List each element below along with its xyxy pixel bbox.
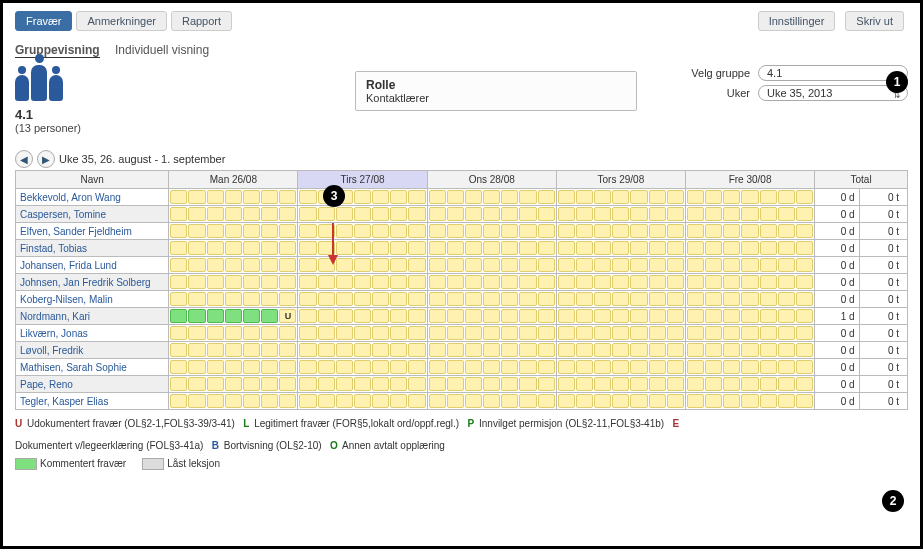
lesson-slot[interactable] [796, 394, 813, 408]
lesson-slot[interactable] [594, 309, 611, 323]
lesson-slot[interactable] [465, 207, 482, 221]
day-cell[interactable] [427, 206, 556, 223]
tab-report[interactable]: Rapport [171, 11, 232, 31]
lesson-slot[interactable] [447, 360, 464, 374]
lesson-slot[interactable] [667, 326, 684, 340]
lesson-slot[interactable] [207, 190, 224, 204]
lesson-slot[interactable] [429, 207, 446, 221]
lesson-slot[interactable] [760, 360, 777, 374]
lesson-slot[interactable] [667, 377, 684, 391]
lesson-slot[interactable] [243, 309, 260, 323]
lesson-slot[interactable] [723, 326, 740, 340]
lesson-slot[interactable] [649, 190, 666, 204]
lesson-slot[interactable] [612, 190, 629, 204]
lesson-slot[interactable] [225, 394, 242, 408]
lesson-slot[interactable] [649, 241, 666, 255]
lesson-slot[interactable] [354, 207, 371, 221]
lesson-slot[interactable] [408, 190, 425, 204]
lesson-slot[interactable] [299, 394, 316, 408]
lesson-slot[interactable] [207, 241, 224, 255]
day-cell[interactable] [556, 257, 685, 274]
lesson-slot[interactable] [705, 275, 722, 289]
lesson-slot[interactable] [576, 394, 593, 408]
lesson-slot[interactable] [279, 241, 296, 255]
lesson-slot[interactable] [741, 241, 758, 255]
lesson-slot[interactable] [390, 275, 407, 289]
lesson-slot[interactable] [519, 377, 536, 391]
lesson-slot[interactable] [723, 360, 740, 374]
lesson-slot[interactable] [649, 377, 666, 391]
tab-absence[interactable]: Fravær [15, 11, 72, 31]
lesson-slot[interactable] [576, 360, 593, 374]
lesson-slot[interactable] [225, 309, 242, 323]
lesson-slot[interactable] [261, 258, 278, 272]
lesson-slot[interactable] [188, 309, 205, 323]
lesson-slot[interactable] [188, 258, 205, 272]
lesson-slot[interactable] [447, 224, 464, 238]
lesson-slot[interactable] [170, 207, 187, 221]
lesson-slot[interactable] [667, 292, 684, 306]
day-cell[interactable] [427, 308, 556, 325]
lesson-slot[interactable] [687, 275, 704, 289]
lesson-slot[interactable] [778, 377, 795, 391]
lesson-slot[interactable] [336, 241, 353, 255]
lesson-slot[interactable] [630, 343, 647, 357]
day-cell[interactable] [298, 359, 427, 376]
lesson-slot[interactable] [483, 190, 500, 204]
day-cell[interactable] [169, 325, 298, 342]
student-name[interactable]: Johnsen, Jan Fredrik Solberg [16, 274, 169, 291]
lesson-slot[interactable] [538, 190, 555, 204]
lesson-slot[interactable] [447, 275, 464, 289]
lesson-slot[interactable] [667, 258, 684, 272]
lesson-slot[interactable] [188, 224, 205, 238]
day-cell[interactable] [427, 257, 556, 274]
lesson-slot[interactable] [372, 292, 389, 306]
lesson-slot[interactable] [243, 241, 260, 255]
lesson-slot[interactable] [778, 207, 795, 221]
student-name[interactable]: Løvoll, Fredrik [16, 342, 169, 359]
lesson-slot[interactable] [429, 309, 446, 323]
lesson-slot[interactable] [519, 343, 536, 357]
col-thu[interactable]: Tors 29/08 [556, 171, 685, 189]
day-cell[interactable] [556, 274, 685, 291]
day-cell[interactable] [427, 223, 556, 240]
lesson-slot[interactable] [760, 292, 777, 306]
student-name[interactable]: Caspersen, Tomine [16, 206, 169, 223]
lesson-slot[interactable] [558, 343, 575, 357]
lesson-slot[interactable] [519, 309, 536, 323]
lesson-slot[interactable] [558, 292, 575, 306]
lesson-slot[interactable] [612, 258, 629, 272]
lesson-slot[interactable] [447, 343, 464, 357]
lesson-slot[interactable] [778, 275, 795, 289]
lesson-slot[interactable] [279, 207, 296, 221]
lesson-slot[interactable] [594, 207, 611, 221]
lesson-slot[interactable] [538, 309, 555, 323]
lesson-slot[interactable] [390, 343, 407, 357]
lesson-slot[interactable] [576, 275, 593, 289]
lesson-slot[interactable] [243, 360, 260, 374]
lesson-slot[interactable] [796, 292, 813, 306]
lesson-slot[interactable] [576, 207, 593, 221]
lesson-slot[interactable] [778, 326, 795, 340]
lesson-slot[interactable] [630, 258, 647, 272]
lesson-slot[interactable] [649, 343, 666, 357]
day-cell[interactable]: U [169, 308, 298, 325]
lesson-slot[interactable] [778, 309, 795, 323]
lesson-slot[interactable] [483, 292, 500, 306]
lesson-slot[interactable] [372, 394, 389, 408]
lesson-slot[interactable] [483, 377, 500, 391]
lesson-slot[interactable] [261, 377, 278, 391]
lesson-slot[interactable] [519, 292, 536, 306]
day-cell[interactable] [556, 359, 685, 376]
lesson-slot[interactable] [538, 326, 555, 340]
lesson-slot[interactable] [741, 343, 758, 357]
lesson-slot[interactable] [429, 241, 446, 255]
lesson-slot[interactable] [649, 326, 666, 340]
day-cell[interactable] [556, 240, 685, 257]
lesson-slot[interactable] [796, 258, 813, 272]
lesson-slot[interactable] [170, 377, 187, 391]
lesson-slot[interactable] [705, 326, 722, 340]
lesson-slot[interactable] [778, 343, 795, 357]
lesson-slot[interactable] [408, 326, 425, 340]
lesson-slot[interactable] [501, 309, 518, 323]
